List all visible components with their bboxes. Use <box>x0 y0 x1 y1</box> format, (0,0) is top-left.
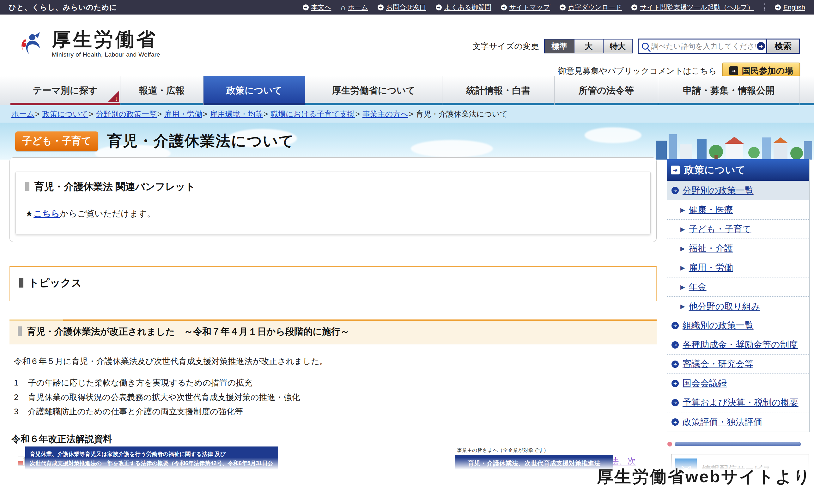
mhlw-page: ひと、くらし、みらいのために ➜ 本文へ ⌂ ホーム ➜ お問合せ窓口 ➜ よく… <box>0 0 814 504</box>
site-search: ➜ 検索 <box>638 39 800 54</box>
pamphlet-text: ★こちらからご覧いただけます。 <box>25 208 641 219</box>
sidebar-item-pension[interactable]: ▶ 年金 <box>667 277 809 297</box>
nav-tab-laws[interactable]: 所管の法令等 <box>555 76 658 105</box>
arrow-circle-icon: ➜ <box>631 4 637 10</box>
top-link-braille[interactable]: ➜ 点字ダウンロード <box>560 3 622 12</box>
triangle-icon: ▶ <box>680 264 685 271</box>
logo-subtitle: Ministry of Health, Labour and Welfare <box>52 51 160 58</box>
page-title-row: 子ども・子育て 育児・介護休業法について <box>15 123 295 160</box>
arrow-circle-icon: ➜ <box>378 4 384 10</box>
sidebar-item-by-organization[interactable]: ➜ 組織別の政策一覧 <box>667 316 809 335</box>
carousel-dot[interactable] <box>667 442 672 446</box>
search-input[interactable] <box>651 42 756 51</box>
breadcrumb-policy[interactable]: 政策について <box>42 109 88 119</box>
header-controls-row1: 文字サイズの変更 標準 大 特大 ➜ 検索 <box>473 39 800 54</box>
arrow-circle-icon: ➜ <box>671 341 679 349</box>
revision-heading-bar: 育児・介護休業法が改正されました ～令和７年４月１日から段階的に施行～ <box>9 319 657 344</box>
arrow-circle-icon: ➜ <box>436 4 442 10</box>
cloud-decoration <box>585 127 641 143</box>
search-icon <box>642 43 649 50</box>
sidebar-sub-list: ▶ 健康・医療 ▶ 子ども・子育て ▶ 福祉・介護 ▶ 雇用・労働 ▶ 年金 ▶… <box>667 200 809 316</box>
breadcrumb-equality[interactable]: 雇用環境・均等 <box>210 109 263 119</box>
top-link-accessibility-tool[interactable]: ➜ サイト閲覧支援ツール起動（ヘルプ） <box>631 3 754 12</box>
chevron-down-icon: ↓ <box>115 95 118 102</box>
sidebar-item-councils[interactable]: ➜ 審議会・研究会等 <box>667 355 809 374</box>
sidebar-header: ➜ 政策について <box>667 159 809 181</box>
arrow-circle-icon: ➜ <box>501 4 507 10</box>
materials-heading: 令和６年改正法解説資料 <box>9 433 657 446</box>
font-size-label: 文字サイズの変更 <box>473 41 539 52</box>
nav-filler <box>799 76 814 105</box>
breadcrumb-employment[interactable]: 雇用・労働 <box>164 109 202 119</box>
breadcrumb-childcare-support[interactable]: 職場における子育て支援 <box>270 109 355 119</box>
sidebar-item-subsidies[interactable]: ➜ 各種助成金・奨励金等の制度 <box>667 335 809 355</box>
search-button[interactable]: 検索 <box>766 39 799 53</box>
square-bullet-icon <box>25 182 29 191</box>
arrow-square-icon: ➜ <box>671 166 680 174</box>
top-link-sitemap[interactable]: ➜ サイトマップ <box>501 3 550 12</box>
font-size-xlarge-button[interactable]: 特大 <box>603 39 632 53</box>
square-bullet-icon <box>19 278 23 288</box>
public-comment-text: 御意見募集やパブリックコメントはこちら <box>558 65 717 76</box>
arrow-circle-icon: ➜ <box>775 4 781 10</box>
font-size-switcher: 標準 大 特大 <box>544 39 633 53</box>
nav-tab-press[interactable]: 報道・広報 <box>120 76 203 105</box>
policy-sidebar: ➜ 政策について ➜ 分野別の政策一覧 ▶ 健康・医療 ▶ 子ども・子育て ▶ … <box>667 159 810 432</box>
sidebar-item-children[interactable]: ▶ 子ども・子育て <box>667 220 809 239</box>
sidebar-item-health[interactable]: ▶ 健康・医療 <box>667 200 809 220</box>
arrow-circle-icon: ➜ <box>671 418 679 426</box>
logo-text: 厚生労働省 Ministry of Health, Labour and Wel… <box>52 29 160 58</box>
triangle-icon: ▶ <box>680 283 685 291</box>
arrow-circle-icon: ➜ <box>560 4 566 10</box>
main-content: 育児・介護休業法 関連パンフレット ★こちらからご覧いただけます。 トピックス … <box>9 157 657 487</box>
top-utility-bar: ひと、くらし、みらいのために ➜ 本文へ ⌂ ホーム ➜ お問合せ窓口 ➜ よく… <box>0 0 814 15</box>
breadcrumb-policy-list[interactable]: 分野別の政策一覧 <box>96 109 157 119</box>
font-size-standard-button[interactable]: 標準 <box>545 39 574 53</box>
pamphlet-here-link[interactable]: こちら <box>33 209 60 218</box>
mhlw-logo[interactable]: 厚生労働省 Ministry of Health, Labour and Wel… <box>16 28 160 59</box>
page-title: 育児・介護休業法について <box>107 131 294 151</box>
top-link-home[interactable]: ⌂ ホーム <box>341 3 368 12</box>
sidebar-item-employment[interactable]: ▶ 雇用・労働 <box>667 258 809 277</box>
nav-tab-statistics[interactable]: 統計情報・白書 <box>442 76 555 105</box>
revision-intro: 令和６年５月に育児・介護休業法及び次世代育成支援対策推進法が改正されました。 <box>9 356 657 367</box>
triangle-icon: ▶ <box>680 226 685 233</box>
nav-tab-about[interactable]: 厚生労働省について <box>305 76 442 105</box>
cloud-decoration <box>411 140 493 157</box>
triangle-icon: ▶ <box>680 245 685 252</box>
sidebar-item-policy-list-current[interactable]: ➜ 分野別の政策一覧 <box>667 181 809 200</box>
triangle-icon: ▶ <box>680 303 685 310</box>
top-link-contact[interactable]: ➜ お問合せ窓口 <box>378 3 426 12</box>
sidebar-item-policy-evaluation[interactable]: ➜ 政策評価・独法評価 <box>667 412 809 432</box>
carousel-scrollbar[interactable] <box>675 442 801 446</box>
site-tagline: ひと、くらし、みらいのために <box>9 3 117 12</box>
thumbnail-small-text: 事業主の皆さまへ（全企業が対象です） <box>457 447 613 454</box>
main-navigation: テーマ別に探す ↓ 報道・広報 政策について 厚生労働省について 統計情報・白書… <box>0 76 814 105</box>
sidebar-item-diet-records[interactable]: ➜ 国会会議録 <box>667 374 809 393</box>
town-illustration <box>650 125 814 160</box>
arrow-circle-icon: ➜ <box>671 380 679 387</box>
pamphlet-box: 育児・介護休業法 関連パンフレット ★こちらからご覧いただけます。 <box>15 172 651 234</box>
sidebar-item-other-fields[interactable]: ▶ 他分野の取り組み <box>667 297 809 316</box>
sidebar-item-welfare[interactable]: ▶ 福祉・介護 <box>667 239 809 258</box>
nav-tab-applications[interactable]: 申請・募集・情報公開 <box>658 76 799 105</box>
top-link-main-content[interactable]: ➜ 本文へ <box>303 3 331 12</box>
search-go-arrow-icon: ➜ <box>757 42 765 50</box>
top-link-english[interactable]: ➜ English <box>775 3 805 11</box>
breadcrumb-current: 育児・介護休業法について <box>416 109 507 119</box>
category-badge[interactable]: 子ども・子育て <box>15 131 98 151</box>
triangle-icon: ▶ <box>680 206 685 214</box>
breadcrumb-home[interactable]: ホーム <box>11 109 34 119</box>
topics-heading: トピックス <box>19 276 647 290</box>
page-title-band: 子ども・子育て 育児・介護休業法について <box>0 123 814 160</box>
nav-tab-policy[interactable]: 政策について <box>203 76 305 105</box>
breadcrumb-employers[interactable]: 事業主の方へ <box>362 109 408 119</box>
font-size-large-button[interactable]: 大 <box>574 39 603 53</box>
logo-title: 厚生労働省 <box>52 29 160 50</box>
arrow-circle-icon: ➜ <box>303 4 309 10</box>
content-panel: 育児・介護休業法 関連パンフレット ★こちらからご覧いただけます。 <box>9 157 657 242</box>
top-link-faq[interactable]: ➜ よくある御質問 <box>436 3 491 12</box>
sidebar-item-budget[interactable]: ➜ 予算および決算・税制の概要 <box>667 393 809 412</box>
nav-tab-theme[interactable]: テーマ別に探す ↓ <box>10 76 120 105</box>
breadcrumb: ホーム > 政策について > 分野別の政策一覧 > 雇用・労働 > 雇用環境・均… <box>0 105 814 123</box>
